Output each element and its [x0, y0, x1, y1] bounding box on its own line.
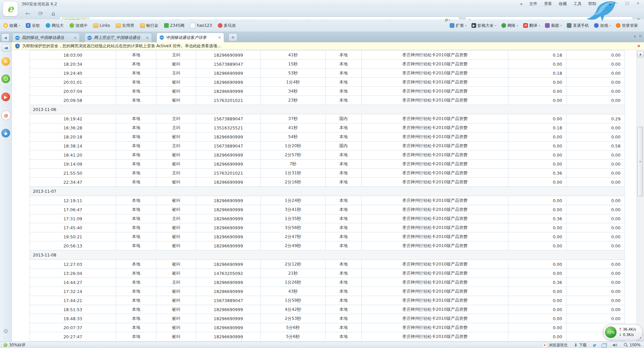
speed-orb[interactable]: 33% — [604, 326, 617, 339]
cell-time: 17:44:21 — [30, 296, 116, 305]
table-row: 20:07:04本地被叫1829669099934秒本地枣庄神州行轻松卡2010… — [30, 87, 625, 96]
history-clock-icon[interactable] — [1, 74, 10, 83]
cell-time: 21:55:50 — [30, 169, 116, 177]
cell-plan: 枣庄神州行轻松卡2010版产品资费 — [362, 87, 508, 96]
table-row: 18:38:14本地主叫156738890471分20秒国内枣庄神州行轻松卡20… — [30, 141, 625, 151]
cell-number: 15673889047 — [196, 296, 261, 305]
settings-gear-icon[interactable]: ⚙ — [1, 327, 10, 336]
bookmark-item[interactable]: 译翻译▾ — [523, 23, 540, 28]
bookmark-item[interactable]: 多玩游 — [218, 23, 236, 28]
mute-button[interactable] — [612, 343, 617, 347]
cell-call-type: 被叫 — [156, 323, 196, 332]
cell-other-fee: 0.00 — [566, 287, 625, 296]
zoom-control[interactable]: 100% — [624, 343, 641, 347]
bookmark-item[interactable]: Links — [93, 23, 110, 28]
bookmark-item[interactable]: 截图▾ — [545, 23, 562, 28]
scrollbar-thumb[interactable]: ≡ — [637, 127, 643, 196]
close-icon[interactable]: × — [73, 36, 77, 40]
cell-area: 国内 — [326, 114, 362, 123]
bookmark-label: 登录管家 — [622, 23, 638, 28]
collapse-sidebar-icon[interactable]: ◀ — [1, 34, 9, 42]
bookmark-item[interactable]: 实用查 — [116, 23, 134, 28]
bookmark-item[interactable]: 银行金 — [140, 23, 158, 28]
cell-time: 17:32:14 — [30, 287, 116, 296]
bookmark-item[interactable]: ★收藏▾ — [3, 23, 20, 28]
new-tab-button[interactable]: + — [229, 33, 237, 41]
minimize-button[interactable]: ─ — [612, 1, 621, 6]
menu-view[interactable]: 查看 — [544, 1, 552, 7]
bookmark-item[interactable]: ▶影视大全▾ — [472, 23, 496, 28]
tab-bill-detail[interactable]: 中国移动通信客户详单 × — [156, 33, 224, 42]
cell-area: 本地 — [326, 260, 362, 269]
cell-plan: 枣庄神州行轻松卡2010版产品资费 — [362, 278, 508, 287]
cell-other-fee: 0.00 — [566, 132, 625, 141]
bookmark-item[interactable]: 网络▾ — [501, 23, 518, 28]
puzzle-icon — [450, 23, 454, 28]
download-button[interactable]: ⬇ 下载 — [574, 343, 587, 348]
favorites-star-icon[interactable]: ★ — [1, 57, 10, 66]
bookmark-label: 游戏中 — [76, 23, 88, 28]
cell-time: 20:27:47 — [30, 332, 116, 341]
star-icon: ★ — [3, 23, 8, 28]
close-icon[interactable]: × — [146, 36, 149, 40]
bookmark-label: 截图 — [551, 23, 559, 28]
close-icon[interactable]: × — [218, 35, 221, 40]
vertical-scrollbar[interactable]: ▲ ≡ ▼ — [636, 50, 644, 342]
cell-fee: 0.00 — [508, 96, 566, 105]
scroll-up-icon[interactable]: ▲ — [637, 51, 644, 57]
menu-tools[interactable]: 工具 — [574, 1, 582, 7]
cell-fee: 0.36 — [508, 169, 566, 177]
bookmark-item[interactable]: hao123 — [190, 23, 212, 28]
mail-at-icon[interactable]: @ — [1, 111, 11, 120]
bookmark-item[interactable]: 游戏中 — [69, 23, 88, 28]
fullscreen-icon[interactable]: ⇱ — [639, 35, 642, 38]
bookmark-item[interactable]: 网址大 — [46, 23, 64, 28]
tab-my-mobile[interactable]: 我的移动_中国移动通信 × — [12, 33, 80, 42]
activex-notice-bar[interactable]: ? 为帮助保护您的安全，您的网页浏览器已经阻止此站点在您的计算机上安装 Acti… — [12, 42, 644, 50]
cell-area: 本地 — [326, 69, 362, 77]
maximize-button[interactable]: □ — [623, 1, 632, 6]
bookmark-item[interactable]: 8谷歌 — [26, 23, 40, 28]
ie-mode-button[interactable]: e — [593, 343, 596, 347]
browser-doctor-button[interactable]: + 浏览器医生 — [542, 343, 568, 348]
chevron-down-icon: ▾ — [495, 24, 496, 27]
bill-table: 18:03:00本地主叫1829669099941秒本地枣庄神州行轻松卡2010… — [30, 50, 625, 341]
cell-number: 18296690999 — [196, 332, 261, 341]
bookmark-item[interactable]: 扩展▾ — [450, 23, 466, 28]
bookmark-item[interactable]: 2345网 — [164, 23, 185, 28]
cell-other-fee: 0.00 — [566, 160, 625, 168]
table-row: 13:26:04本地被叫1476320509221秒本地枣庄神州行轻松卡2010… — [30, 269, 625, 278]
cell-location: 本地 — [116, 214, 156, 223]
home-icon[interactable]: ⌂ — [48, 9, 58, 18]
bookmark-item[interactable]: 直通手机 — [567, 23, 589, 28]
bookmark-item[interactable]: 登录管家 — [616, 23, 638, 28]
video-icon[interactable]: ▶ — [1, 93, 10, 101]
bookmark-label: 扩展 — [456, 23, 464, 28]
close-button[interactable]: × — [633, 1, 643, 6]
tab-online-hall[interactable]: 网上营业厅_中国移动通信 × — [84, 33, 152, 42]
back-icon[interactable]: ← — [23, 9, 33, 18]
menu-favorites[interactable]: 收藏 — [559, 1, 567, 7]
windows-button[interactable] — [602, 343, 606, 348]
tab-list-chevron-icon[interactable]: ▾ — [634, 35, 636, 38]
network-speed-widget[interactable]: 33% ↑ 36.4K/s ↓ 0.3K/s — [603, 324, 643, 340]
weibo-icon[interactable]: ◆ — [1, 129, 10, 137]
cell-other-fee: 0.00 — [566, 60, 625, 68]
menu-file[interactable]: 文件 — [529, 1, 537, 7]
cell-duration: 2分12秒 — [261, 260, 326, 269]
cell-time: 20:01:01 — [30, 78, 116, 86]
rating-status[interactable]: 30%好评 — [3, 343, 26, 348]
cell-fee: 0.00 — [508, 296, 566, 305]
cell-plan: 枣庄神州行轻松卡2010版产品资费 — [362, 96, 508, 105]
notice-close-icon[interactable]: × — [637, 43, 641, 48]
bookmark-item[interactable]: 游戏▾ — [594, 23, 611, 28]
cell-other-fee: 0.00 — [566, 241, 625, 250]
cell-number: 14763205092 — [196, 269, 261, 278]
cell-duration: 4分42秒 — [261, 305, 326, 314]
chevron-down-icon[interactable]: ▾ — [449, 18, 450, 21]
compat-mode-icon[interactable]: e — [445, 17, 448, 22]
refresh-icon[interactable]: ⟳ — [36, 9, 46, 18]
menu-more-icon[interactable]: » — [520, 2, 523, 6]
panel-collapse-icon[interactable]: ◀▮ — [2, 44, 10, 52]
status-bar: 30%好评 + 浏览器医生 ⬇ 下载 e — [0, 342, 644, 348]
